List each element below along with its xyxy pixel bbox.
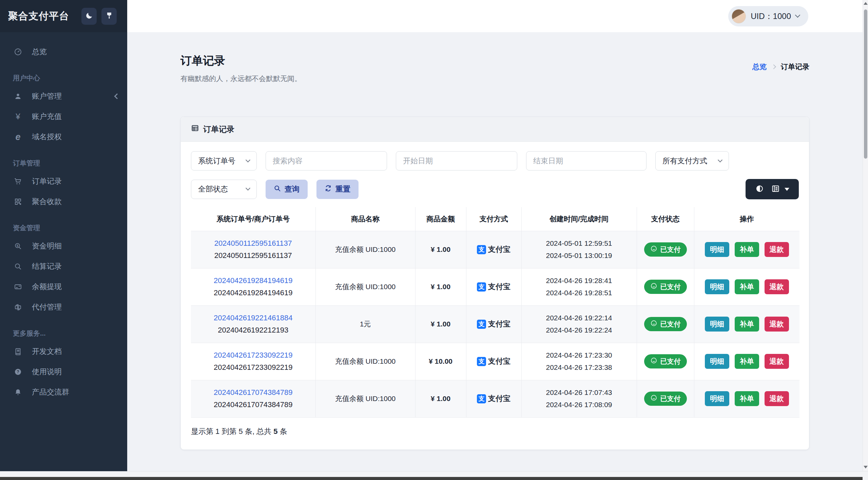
col-header-time: 创建时间/完成时间	[521, 207, 637, 231]
page-subtitle: 有幽默感的人，永远都不会默默无闻。	[180, 74, 809, 83]
sidebar-item-overview[interactable]: 总览	[0, 44, 127, 59]
sidebar-item-label: 聚合收款	[32, 197, 62, 207]
sidebar-item-usage-guide[interactable]: ? 使用说明	[0, 364, 127, 379]
replenish-button[interactable]: 补单	[735, 391, 759, 406]
col-header-actions: 操作	[694, 207, 799, 231]
system-order-link[interactable]: 2024042617074384789	[194, 388, 312, 397]
scroll-up-arrow-icon[interactable]	[864, 2, 868, 5]
chevron-down-icon	[246, 157, 250, 162]
horizontal-scrollbar[interactable]	[0, 471, 868, 480]
sidebar-item-order-records[interactable]: 订单记录	[0, 174, 127, 189]
status-select[interactable]: 全部状态	[191, 180, 257, 199]
completed-time: 2024-04-26 17:08:09	[525, 399, 633, 411]
detail-button[interactable]: 明细	[705, 317, 729, 332]
status-badge: 已支付	[644, 354, 687, 368]
col-header-status: 支付状态	[637, 207, 694, 231]
sidebar-item-payout-manage[interactable]: 代付管理	[0, 300, 127, 315]
detail-button[interactable]: 明细	[705, 279, 729, 294]
caret-down-icon	[785, 188, 789, 191]
refund-button[interactable]: 退款	[765, 317, 789, 332]
sidebar-item-label: 总览	[32, 47, 47, 57]
replenish-button[interactable]: 补单	[735, 242, 759, 257]
col-header-order-no: 系统订单号/商户订单号	[191, 207, 315, 231]
refund-button[interactable]: 退款	[765, 354, 789, 369]
sidebar-item-label: 结算记录	[32, 261, 62, 272]
table-header-row: 系统订单号/商户订单号 商品名称 商品金额 支付方式 创建时间/完成时间 支付状…	[191, 207, 799, 231]
system-order-link[interactable]: 2024042619221461884	[194, 314, 312, 322]
replenish-button[interactable]: 补单	[735, 279, 759, 294]
search-icon	[13, 262, 23, 271]
search-input[interactable]	[266, 151, 387, 171]
cart-icon	[13, 177, 23, 186]
smiley-icon	[650, 282, 657, 291]
user-icon	[13, 92, 23, 101]
search-type-value: 系统订单号	[198, 156, 235, 166]
theme-skin-button[interactable]	[101, 8, 117, 25]
refund-button[interactable]: 退款	[765, 242, 789, 257]
smiley-icon	[650, 245, 657, 254]
breadcrumb-home-link[interactable]: 总览	[752, 62, 767, 72]
alipay-icon: 支	[477, 245, 486, 254]
status-label: 已支付	[660, 245, 681, 254]
top-header: UID：1000	[127, 0, 863, 32]
sidebar-item-account-recharge[interactable]: ¥ 账户充值	[0, 109, 127, 124]
sidebar-item-product-group[interactable]: 产品交流群	[0, 385, 127, 400]
status-badge: 已支付	[644, 392, 687, 406]
system-order-link[interactable]: 2024042617233092219	[194, 351, 312, 360]
vertical-scrollbar[interactable]	[863, 0, 868, 471]
start-date-input[interactable]	[396, 151, 517, 171]
app-title: 聚合支付平台	[8, 9, 69, 23]
sidebar-item-settlement-records[interactable]: 结算记录	[0, 259, 127, 274]
replenish-button[interactable]: 补单	[735, 354, 759, 369]
pay-method-label: 支付宝	[488, 394, 510, 404]
table-row: 2024050112595161137 2024050112595161137 …	[191, 231, 799, 268]
sidebar-item-domain-auth[interactable]: e 域名授权	[0, 129, 127, 144]
sidebar-item-dev-docs[interactable]: 开发文档	[0, 344, 127, 359]
replenish-button[interactable]: 补单	[735, 317, 759, 332]
query-button[interactable]: 查询	[266, 180, 308, 199]
refund-button[interactable]: 退款	[765, 391, 789, 406]
horizontal-scroll-thumb[interactable]	[0, 477, 863, 480]
created-time: 2024-04-26 19:22:14	[525, 312, 633, 324]
sidebar-item-aggregate-collect[interactable]: 聚合收款	[0, 194, 127, 209]
system-order-link[interactable]: 2024042619284194619	[194, 276, 312, 285]
table-row: 2024042617233092219 2024042617233092219 …	[191, 343, 799, 380]
toggle-icon	[755, 184, 764, 194]
sidebar-item-balance-withdraw[interactable]: 余额提现	[0, 279, 127, 294]
system-order-link[interactable]: 2024050112595161137	[194, 239, 312, 248]
reset-button[interactable]: 重置	[316, 180, 359, 199]
chevron-left-icon	[114, 94, 120, 99]
detail-button[interactable]: 明细	[705, 242, 729, 257]
chevron-down-icon	[795, 13, 801, 18]
search-icon	[274, 185, 281, 194]
sidebar: 聚合支付平台 总览 用户中心 账户管理 ¥	[0, 0, 127, 471]
alipay-icon: 支	[477, 282, 486, 292]
merchant-order-no: 2024050112595161137	[194, 251, 312, 260]
breadcrumb-current: 订单记录	[781, 62, 809, 72]
detail-button[interactable]: 明细	[705, 391, 729, 406]
sidebar-item-account-manage[interactable]: 账户管理	[0, 89, 127, 104]
status-label: 已支付	[660, 282, 681, 292]
merchant-order-no: 20240426192212193	[194, 326, 312, 335]
detail-button[interactable]: 明细	[705, 354, 729, 369]
filter-row-2: 全部状态 查询 重置	[191, 179, 799, 199]
status-value: 全部状态	[198, 184, 228, 194]
vertical-scroll-thumb[interactable]	[864, 9, 867, 159]
credit-card-icon	[13, 282, 23, 291]
scroll-down-arrow-icon[interactable]	[864, 466, 868, 468]
user-menu[interactable]: UID：1000	[728, 6, 808, 26]
sidebar-item-label: 产品交流群	[32, 387, 69, 397]
bell-icon	[13, 388, 23, 397]
sidebar-item-fund-details[interactable]: $ 资金明细	[0, 239, 127, 254]
product-amount: ¥ 1.00	[415, 231, 466, 268]
end-date-input[interactable]	[526, 151, 647, 171]
refund-button[interactable]: 退款	[765, 279, 789, 294]
search-type-select[interactable]: 系统订单号	[191, 151, 257, 171]
table-view-controls[interactable]	[746, 179, 799, 199]
completed-time: 2024-04-26 17:23:38	[525, 361, 633, 374]
pay-method-select[interactable]: 所有支付方式	[655, 151, 729, 171]
sidebar-item-label: 使用说明	[32, 367, 62, 377]
dark-mode-button[interactable]	[81, 8, 97, 25]
col-header-product: 商品名称	[315, 207, 415, 231]
page-header: 订单记录 有幽默感的人，永远都不会默默无闻。 总览 订单记录	[180, 32, 809, 83]
